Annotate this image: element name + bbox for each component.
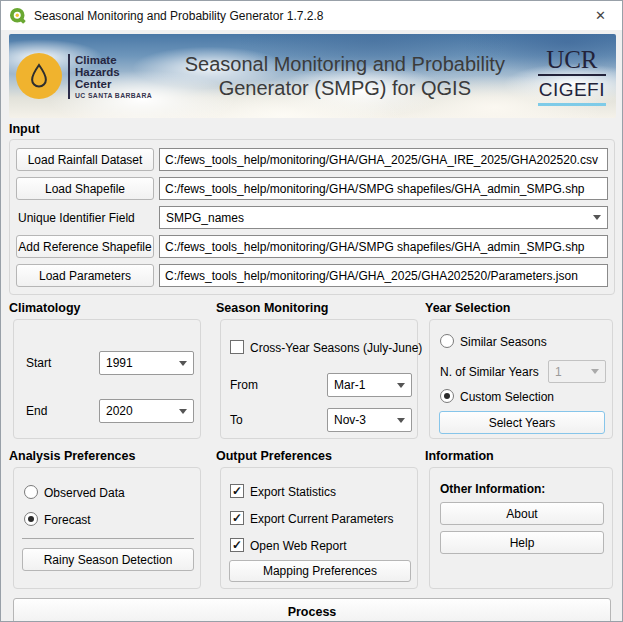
open-web-report-checkbox[interactable] — [230, 538, 244, 552]
chevron-down-icon — [593, 215, 601, 220]
window-title: Seasonal Monitoring and Probability Gene… — [34, 9, 587, 23]
similar-seasons-radio[interactable] — [440, 334, 454, 348]
rainy-season-detection-button[interactable]: Rainy Season Detection — [22, 548, 194, 571]
start-label: Start — [26, 356, 51, 370]
n-similar-years-value: 1 — [555, 365, 562, 379]
climatology-start-select[interactable]: 1991 — [99, 351, 194, 375]
climate-hazards-center-logo: Climate Hazards Center UC SANTA BARBARA — [16, 53, 152, 99]
mapping-preferences-button[interactable]: Mapping Preferences — [229, 560, 411, 582]
input-groupbox: Load Rainfall Dataset C:/fews_tools_help… — [9, 139, 615, 295]
forecast-label: Forecast — [44, 513, 91, 527]
unique-identifier-field-select[interactable]: SMPG_names — [159, 206, 608, 229]
chc-circle-badge — [16, 53, 62, 99]
chevron-down-icon — [397, 418, 405, 423]
chc-line-hazards: Hazards — [75, 66, 152, 78]
help-button[interactable]: Help — [440, 531, 604, 554]
analysis-preferences-groupbox: Observed Data Forecast Rainy Season Dete… — [13, 467, 201, 589]
observed-data-radio[interactable] — [24, 485, 38, 499]
title-bar: Seasonal Monitoring and Probability Gene… — [1, 1, 622, 30]
to-label: To — [230, 413, 243, 427]
forecast-radio[interactable] — [24, 512, 38, 526]
observed-data-label: Observed Data — [44, 486, 125, 500]
climatology-end-value: 2020 — [106, 404, 133, 418]
unique-identifier-field-value: SMPG_names — [166, 211, 244, 225]
season-monitoring-groupbox: Cross-Year Seasons (July-June) From Mar-… — [220, 319, 418, 439]
chevron-down-icon — [397, 383, 405, 388]
chc-wordmark: Climate Hazards Center UC SANTA BARBARA — [68, 54, 152, 99]
banner-title-line2: Generator (SMPG) for QGIS — [156, 76, 534, 100]
parameters-path-input[interactable]: C:/fews_tools_help/monitoring/GHA/GHA_20… — [159, 264, 608, 287]
open-web-report-label: Open Web Report — [250, 539, 347, 553]
chevron-down-icon — [179, 409, 187, 414]
smpg-dialog-window: Seasonal Monitoring and Probability Gene… — [0, 0, 623, 622]
information-groupbox: Other Information: About Help — [429, 467, 613, 589]
cross-year-seasons-label: Cross-Year Seasons (July-June) — [250, 341, 422, 355]
output-preferences-section-label: Output Preferences — [216, 449, 332, 463]
other-information-label: Other Information: — [440, 482, 545, 496]
load-parameters-button[interactable]: Load Parameters — [16, 264, 154, 287]
season-from-value: Mar-1 — [334, 378, 365, 392]
ucr-cigefi-logo: UCR CIGEFI — [538, 47, 606, 106]
climatology-start-value: 1991 — [106, 356, 133, 370]
header-banner: Climate Hazards Center UC SANTA BARBARA … — [9, 34, 616, 118]
export-statistics-checkbox[interactable] — [230, 484, 244, 498]
ucr-wordmark: UCR — [538, 47, 606, 76]
process-button[interactable]: Process — [13, 598, 611, 622]
year-selection-groupbox: Similar Seasons N. of Similar Years 1 Cu… — [429, 319, 613, 439]
banner-title-line1: Seasonal Monitoring and Probability — [156, 52, 534, 76]
export-current-parameters-label: Export Current Parameters — [250, 512, 393, 526]
input-section-label: Input — [9, 122, 40, 136]
n-similar-years-select[interactable]: 1 — [548, 360, 606, 383]
load-shapefile-button[interactable]: Load Shapefile — [16, 177, 154, 200]
chevron-down-icon — [179, 361, 187, 366]
banner-title: Seasonal Monitoring and Probability Gene… — [152, 52, 538, 100]
add-reference-shapefile-button[interactable]: Add Reference Shapefile — [16, 235, 154, 258]
shapefile-path-input[interactable]: C:/fews_tools_help/monitoring/GHA/SMPG s… — [159, 177, 608, 200]
export-statistics-label: Export Statistics — [250, 485, 336, 499]
season-to-value: Nov-3 — [334, 413, 366, 427]
season-from-select[interactable]: Mar-1 — [327, 373, 412, 397]
season-to-select[interactable]: Nov-3 — [327, 408, 412, 432]
climatology-end-select[interactable]: 2020 — [99, 399, 194, 423]
qgis-icon — [9, 7, 27, 25]
cigefi-wordmark: CIGEFI — [538, 78, 606, 106]
chc-line-climate: Climate — [75, 54, 152, 66]
custom-selection-label: Custom Selection — [460, 390, 554, 404]
climatology-section-label: Climatology — [9, 301, 81, 315]
cross-year-seasons-checkbox[interactable] — [230, 340, 244, 354]
custom-selection-radio[interactable] — [440, 389, 454, 403]
end-label: End — [26, 404, 47, 418]
load-rainfall-dataset-button[interactable]: Load Rainfall Dataset — [16, 148, 154, 171]
analysis-divider — [22, 538, 194, 539]
analysis-preferences-section-label: Analysis Preferences — [9, 449, 135, 463]
output-preferences-groupbox: Export Statistics Export Current Paramet… — [220, 467, 418, 589]
about-button[interactable]: About — [440, 502, 604, 525]
unique-identifier-field-label: Unique Identifier Field — [18, 211, 135, 225]
chc-line-ucsb: UC SANTA BARBARA — [75, 92, 152, 99]
climatology-groupbox: Start 1991 End 2020 — [13, 319, 201, 439]
close-icon[interactable]: ✕ — [587, 6, 614, 25]
chevron-down-icon — [591, 369, 599, 374]
similar-seasons-label: Similar Seasons — [460, 335, 547, 349]
n-similar-years-label: N. of Similar Years — [440, 365, 539, 379]
chc-line-center: Center — [75, 78, 152, 90]
water-drop-icon — [28, 63, 50, 89]
reference-shapefile-path-input[interactable]: C:/fews_tools_help/monitoring/GHA/SMPG s… — [159, 235, 608, 258]
information-section-label: Information — [425, 449, 494, 463]
from-label: From — [230, 378, 258, 392]
select-years-button[interactable]: Select Years — [439, 411, 605, 434]
season-monitoring-section-label: Season Monitoring — [216, 301, 329, 315]
rainfall-dataset-path-input[interactable]: C:/fews_tools_help/monitoring/GHA/GHA_20… — [159, 148, 608, 171]
export-current-parameters-checkbox[interactable] — [230, 511, 244, 525]
year-selection-section-label: Year Selection — [425, 301, 510, 315]
